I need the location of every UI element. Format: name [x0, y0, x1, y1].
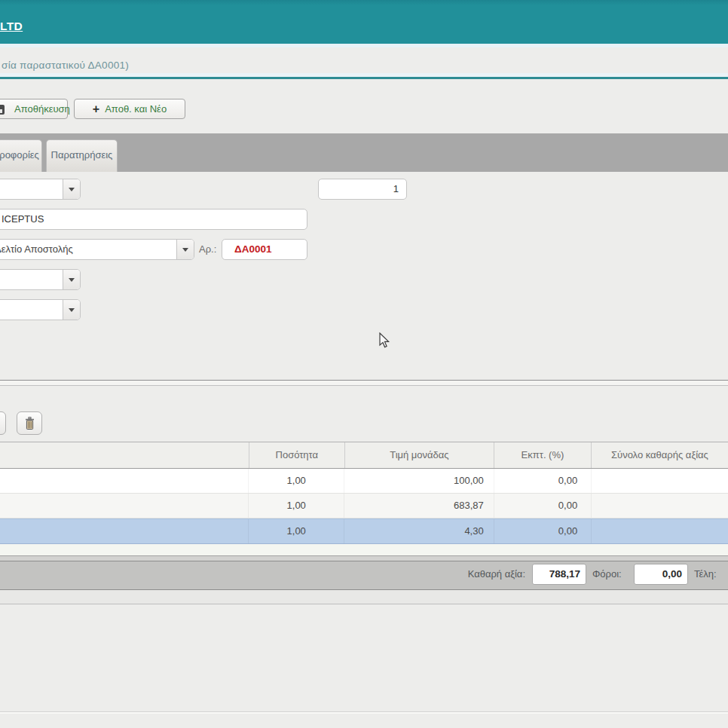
doc-type-value: Δελτίο Αποστολής — [0, 240, 176, 259]
cell-net-total[interactable] — [592, 519, 728, 543]
taxes-label: Φόροι: — [592, 564, 622, 585]
number-label: Αρ.: — [199, 239, 216, 260]
dropdown-series[interactable] — [0, 179, 81, 200]
col-discount: Εκπτ. (%) — [494, 442, 592, 468]
save-button[interactable]: Αποθήκευση — [0, 99, 68, 119]
save-and-new-label: Αποθ. και Νέο — [105, 103, 167, 115]
cell-unit-price[interactable]: 4,30 — [344, 519, 494, 543]
col-unit-price: Τιμή μονάδας — [345, 442, 494, 468]
tab-notes[interactable]: Παρατηρήσεις — [46, 139, 118, 172]
cell-description[interactable] — [0, 519, 249, 543]
table-row-selected[interactable]: 1,00 4,30 0,00 — [0, 518, 728, 544]
totals-top-strip — [0, 555, 728, 561]
taxes-input[interactable]: 0,00 — [634, 564, 688, 585]
app-window: LTD σία παραστατικού ΔΑ0001) Αποθήκευση … — [0, 0, 728, 728]
trash-icon — [24, 417, 35, 430]
items-table: Ποσότητα Τιμή μονάδας Εκπτ. (%) Σύνολο κ… — [0, 442, 728, 544]
page-title: σία παραστατικού ΔΑ0001) — [2, 60, 129, 71]
copies-input[interactable]: 1 — [318, 179, 407, 200]
cell-quantity[interactable]: 1,00 — [249, 519, 344, 543]
bottom-divider-highlight — [0, 712, 728, 714]
doc-type-dropdown[interactable]: Δελτίο Αποστολής — [0, 239, 194, 260]
chevron-down-icon — [63, 179, 80, 199]
header-divider-strip — [0, 44, 728, 47]
dropdown-field-5[interactable] — [0, 299, 81, 320]
top-header-bar: LTD — [0, 0, 728, 44]
cell-unit-price[interactable]: 683,87 — [344, 494, 494, 518]
mouse-cursor — [379, 332, 390, 349]
dropdown-field-5-value — [0, 300, 63, 320]
cell-discount[interactable]: 0,00 — [494, 469, 592, 493]
save-button-label: Αποθήκευση — [14, 103, 70, 115]
cell-discount[interactable]: 0,00 — [494, 519, 592, 543]
cell-description[interactable] — [0, 469, 249, 493]
table-row[interactable]: 1,00 100,00 0,00 — [0, 469, 728, 494]
cell-net-total[interactable] — [592, 494, 728, 518]
cell-quantity[interactable]: 1,00 — [249, 494, 344, 518]
cell-net-total[interactable] — [592, 469, 728, 493]
grid-footer-strip — [0, 544, 728, 555]
plus-icon: + — [93, 103, 99, 115]
net-value-label: Καθαρή αξία: — [420, 564, 525, 585]
teal-divider-line — [0, 77, 728, 79]
net-value-input[interactable]: 788,17 — [532, 564, 586, 585]
add-row-button[interactable] — [0, 411, 6, 435]
cell-quantity[interactable]: 1,00 — [249, 469, 344, 493]
chevron-down-icon — [63, 270, 80, 289]
save-icon — [0, 105, 5, 115]
customer-input[interactable]: ICEPTUS — [0, 209, 307, 230]
tab-information[interactable]: Πληροφορίες — [0, 139, 42, 172]
section-divider-2 — [0, 385, 728, 386]
dropdown-series-value — [0, 179, 63, 199]
document-number-input[interactable]: ΔΑ0001 — [222, 239, 307, 260]
col-description — [0, 442, 249, 468]
fees-label: Τέλη: — [694, 564, 717, 585]
cell-description[interactable] — [0, 494, 249, 518]
chevron-down-icon — [63, 300, 80, 320]
save-and-new-button[interactable]: + Αποθ. και Νέο — [74, 99, 185, 119]
col-quantity: Ποσότητα — [249, 442, 345, 468]
col-net-total: Σύνολο καθαρής αξίας — [592, 442, 728, 468]
cell-discount[interactable]: 0,00 — [494, 494, 592, 518]
table-row[interactable]: 1,00 683,87 0,00 — [0, 494, 728, 518]
totals-bottom-strip — [0, 590, 728, 604]
tab-bar: Πληροφορίες Παρατηρήσεις — [0, 133, 728, 172]
company-link[interactable]: LTD — [0, 20, 23, 33]
chevron-down-icon — [176, 240, 194, 259]
dropdown-field-4-value — [0, 270, 63, 289]
dropdown-field-4[interactable] — [0, 269, 81, 290]
cell-unit-price[interactable]: 100,00 — [344, 469, 494, 493]
delete-row-button[interactable] — [17, 411, 42, 435]
table-header-row: Ποσότητα Τιμή μονάδας Εκπτ. (%) Σύνολο κ… — [0, 442, 728, 469]
